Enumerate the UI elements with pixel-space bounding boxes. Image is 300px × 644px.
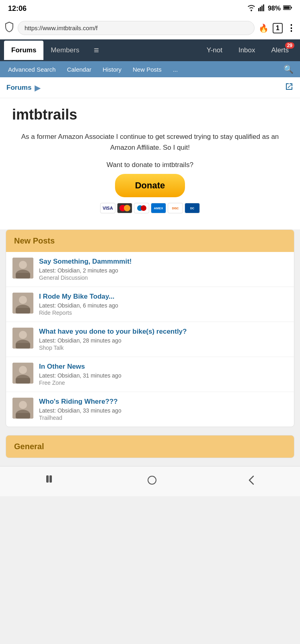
sub-nav-history[interactable]: History (98, 62, 126, 77)
post-info: Say Something, Dammmmit! Latest: Obsidia… (39, 258, 288, 281)
mastercard-icon (117, 203, 132, 213)
breadcrumb-arrow-icon: ▶ (35, 83, 41, 93)
post-info: In Other News Latest: Obsidian, 31 minut… (39, 363, 288, 386)
nav-tab-forums[interactable]: Forums (4, 41, 43, 60)
nav-tab-members[interactable]: Members (43, 41, 86, 60)
donate-label: Want to donate to imtbtrails? (12, 161, 288, 169)
fire-icon[interactable]: 🔥 (259, 23, 269, 33)
post-category: Free Zone (39, 380, 288, 386)
bottom-nav-menu[interactable] (37, 473, 64, 490)
avatar (12, 258, 33, 279)
maestro-icon (134, 203, 149, 213)
status-bar: 12:06 98% (0, 0, 300, 17)
breadcrumb: Forums ▶ (0, 77, 300, 98)
svg-rect-3 (263, 4, 264, 11)
post-meta: Latest: Obsidian, 31 minutes ago (39, 372, 288, 379)
nav-tab-alerts[interactable]: Alerts 29 (264, 41, 296, 60)
battery-icon (283, 5, 292, 12)
bottom-nav-back[interactable] (240, 473, 263, 490)
post-item: What have you done to your bike(s) recen… (6, 322, 294, 357)
main-content: imtbtrails As a former Amazon Associate … (0, 98, 300, 229)
post-info: What have you done to your bike(s) recen… (39, 328, 288, 351)
post-info: I Rode My Bike Today... Latest: Obsidian… (39, 293, 288, 316)
post-title[interactable]: Who's Riding Where??? (39, 398, 288, 406)
post-item: I Rode My Bike Today... Latest: Obsidian… (6, 287, 294, 322)
svg-rect-1 (260, 7, 261, 11)
avatar (12, 398, 33, 419)
svg-rect-28 (49, 475, 52, 483)
post-info: Who's Riding Where??? Latest: Obsidian, … (39, 398, 288, 421)
svg-point-12 (19, 296, 27, 304)
nav-bar: Forums Members ≡ Y-not Inbox Alerts 29 (0, 39, 300, 61)
discover-icon: DISC (168, 203, 183, 213)
avatar (12, 293, 33, 314)
donate-section: Want to donate to imtbtrails? Donate VIS… (12, 161, 288, 213)
nav-tab-ynot[interactable]: Y-not (199, 41, 230, 60)
post-category: General Discussion (39, 275, 288, 281)
svg-rect-29 (148, 476, 156, 484)
svg-rect-14 (16, 308, 30, 314)
nav-right: Y-not Inbox Alerts 29 (199, 41, 296, 60)
post-category: Trailhead (39, 415, 288, 421)
status-icons: 98% (247, 4, 292, 13)
amex-icon: AMEX (151, 203, 166, 213)
payment-icons: VISA AMEX DISC DC (12, 203, 288, 213)
svg-rect-27 (46, 475, 49, 483)
svg-point-20 (19, 366, 27, 374)
svg-point-24 (19, 401, 27, 409)
post-title[interactable]: What have you done to your bike(s) recen… (39, 328, 288, 336)
post-title[interactable]: Say Something, Dammmmit! (39, 258, 288, 266)
url-bar[interactable]: https://www.imtbtrails.com/f (18, 21, 255, 35)
url-text: https://www.imtbtrails.com/f (25, 25, 98, 31)
post-category: Shop Talk (39, 345, 288, 351)
new-posts-section: New Posts Say Something, Dammmmit! Lates… (6, 229, 294, 427)
more-options-icon[interactable]: ⋮ (287, 23, 295, 33)
post-meta: Latest: Obsidian, 28 minutes ago (39, 337, 288, 344)
sub-nav-more[interactable]: ... (168, 62, 183, 77)
post-meta: Latest: Obsidian, 6 minutes ago (39, 302, 288, 309)
avatar (12, 363, 33, 384)
post-meta: Latest: Obsidian, 33 minutes ago (39, 407, 288, 414)
post-meta: Latest: Obsidian, 2 minutes ago (39, 267, 288, 274)
svg-rect-0 (258, 8, 259, 11)
donate-button[interactable]: Donate (115, 174, 185, 197)
svg-point-16 (19, 331, 27, 339)
visa-card-icon: VISA (100, 203, 115, 213)
svg-rect-2 (261, 6, 263, 11)
sub-nav-calendar[interactable]: Calendar (62, 62, 96, 77)
svg-rect-18 (16, 343, 30, 349)
post-item: Say Something, Dammmmit! Latest: Obsidia… (6, 252, 294, 287)
nav-tab-inbox[interactable]: Inbox (231, 41, 263, 60)
post-title[interactable]: I Rode My Bike Today... (39, 293, 288, 301)
bottom-nav (0, 466, 300, 496)
site-title: imtbtrails (12, 106, 288, 123)
signal-icon (258, 4, 265, 13)
post-title[interactable]: In Other News (39, 363, 288, 371)
svg-rect-22 (16, 378, 30, 384)
battery-percent: 98% (268, 5, 281, 12)
post-item: Who's Riding Where??? Latest: Obsidian, … (6, 392, 294, 427)
general-section: General (6, 435, 294, 458)
wifi-icon (247, 4, 256, 13)
new-posts-header: New Posts (6, 230, 294, 252)
general-header: General (6, 436, 294, 458)
post-category: Ride Reports (39, 310, 288, 316)
breadcrumb-label[interactable]: Forums (6, 84, 31, 92)
search-icon[interactable]: 🔍 (280, 61, 297, 77)
shield-icon (5, 22, 14, 35)
svg-rect-6 (284, 6, 290, 9)
sub-nav-advanced-search[interactable]: Advanced Search (3, 62, 60, 77)
svg-point-8 (19, 261, 27, 269)
svg-rect-5 (291, 7, 292, 8)
sub-nav-new-posts[interactable]: New Posts (128, 62, 166, 77)
browser-bar: https://www.imtbtrails.com/f 🔥 1 ⋮ (0, 17, 300, 39)
bottom-nav-home[interactable] (138, 473, 166, 490)
tab-counter[interactable]: 1 (273, 23, 283, 33)
svg-rect-26 (16, 413, 30, 419)
nav-tab-menu[interactable]: ≡ (86, 39, 106, 61)
alerts-badge: 29 (285, 42, 294, 49)
status-time: 12:06 (8, 4, 27, 13)
promo-text: As a former Amazon Associate I continue … (12, 131, 288, 153)
svg-rect-10 (16, 273, 30, 279)
breadcrumb-expand-icon[interactable] (285, 82, 294, 93)
